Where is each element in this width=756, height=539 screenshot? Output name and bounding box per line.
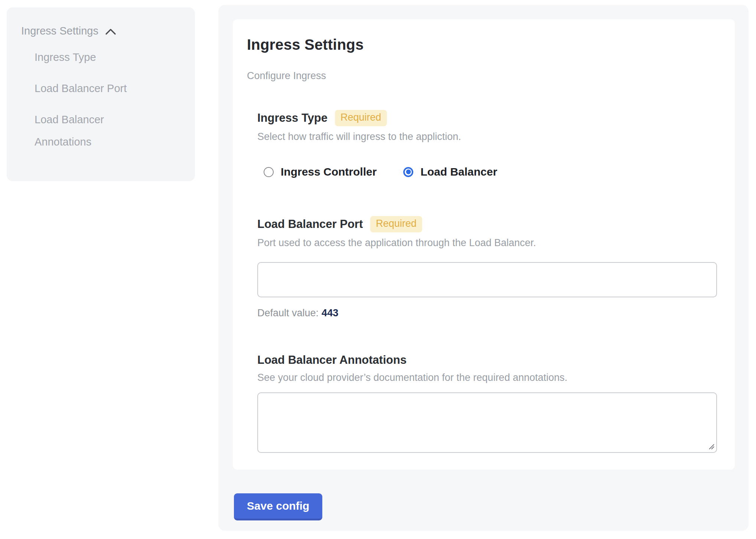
page-title: Ingress Settings — [247, 36, 717, 53]
sidebar-item-load-balancer-annotations[interactable]: Load Balancer Annotations — [35, 108, 153, 153]
ingress-type-required-badge: Required — [335, 110, 387, 126]
page-subtitle: Configure Ingress — [247, 70, 717, 82]
load-balancer-annotations-textarea[interactable] — [257, 392, 717, 453]
resize-handle-icon[interactable] — [707, 442, 715, 450]
main-panel: Ingress Settings Configure Ingress Ingre… — [218, 5, 749, 531]
radio-label-ingress-controller[interactable]: Ingress Controller — [281, 166, 377, 178]
sidebar-group-ingress-settings[interactable]: Ingress Settings — [21, 25, 195, 37]
default-value-label: Default value: — [257, 307, 319, 318]
ingress-type-help: Select how traffic will ingress to the a… — [257, 131, 717, 143]
ingress-settings-card: Ingress Settings Configure Ingress Ingre… — [233, 19, 735, 470]
radio-unchecked-icon[interactable] — [264, 167, 274, 177]
ingress-type-label: Ingress Type — [257, 111, 328, 125]
lb-annotations-heading-row: Load Balancer Annotations — [257, 353, 717, 367]
sidebar-item-load-balancer-port[interactable]: Load Balancer Port — [35, 77, 153, 99]
section-ingress-type: Ingress Type Required Select how traffic… — [257, 110, 717, 178]
save-config-button[interactable]: Save config — [234, 493, 322, 520]
default-value: 443 — [322, 307, 338, 318]
radio-option-ingress-controller[interactable]: Ingress Controller — [264, 166, 377, 178]
sidebar-item-ingress-type[interactable]: Ingress Type — [35, 46, 153, 68]
radio-option-load-balancer[interactable]: Load Balancer — [403, 166, 497, 178]
lb-annotations-textarea-wrap — [257, 392, 717, 453]
lb-port-label: Load Balancer Port — [257, 217, 363, 231]
ingress-type-heading-row: Ingress Type Required — [257, 110, 717, 126]
radio-checked-icon[interactable] — [403, 167, 413, 177]
ingress-type-radio-group: Ingress Controller Load Balancer — [264, 166, 717, 178]
lb-port-heading-row: Load Balancer Port Required — [257, 216, 717, 232]
form-sections: Ingress Type Required Select how traffic… — [257, 110, 717, 453]
lb-port-default-row: Default value:443 — [257, 307, 717, 319]
settings-sidebar: Ingress Settings Ingress Type Load Balan… — [7, 7, 195, 181]
lb-port-required-badge: Required — [370, 216, 422, 232]
lb-annotations-label: Load Balancer Annotations — [257, 353, 407, 367]
lb-annotations-help: See your cloud provider’s documentation … — [257, 372, 717, 383]
section-load-balancer-annotations: Load Balancer Annotations See your cloud… — [257, 353, 717, 453]
radio-label-load-balancer[interactable]: Load Balancer — [420, 166, 497, 178]
section-load-balancer-port: Load Balancer Port Required Port used to… — [257, 216, 717, 319]
chevron-up-icon — [105, 28, 116, 35]
lb-port-help: Port used to access the application thro… — [257, 237, 717, 249]
load-balancer-port-input[interactable] — [257, 262, 717, 297]
sidebar-group-label: Ingress Settings — [21, 25, 98, 37]
